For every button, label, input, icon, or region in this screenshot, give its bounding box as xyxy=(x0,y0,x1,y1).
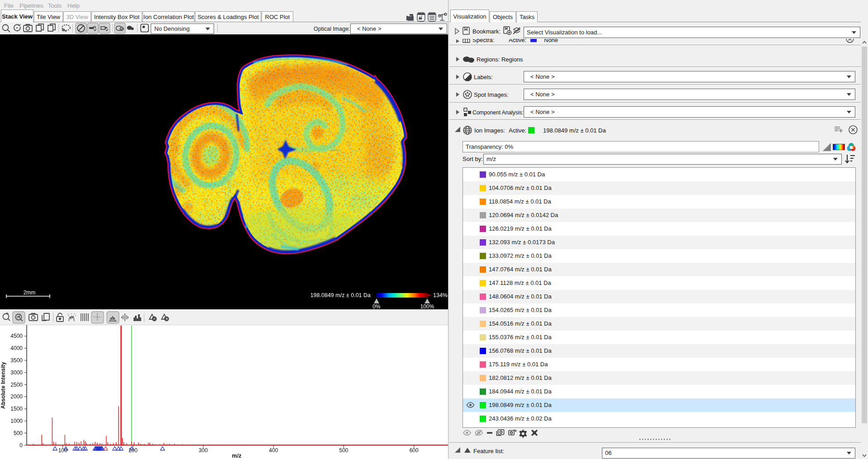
svg-text:Labels:: Labels: xyxy=(474,74,493,80)
svg-text:Component Analysis:: Component Analysis: xyxy=(472,109,524,116)
svg-text:Regions: Regions: Regions: Regions xyxy=(477,56,523,63)
svg-text:2000: 2000 xyxy=(10,393,23,400)
svg-text:Feature list:: Feature list: xyxy=(473,448,504,454)
svg-text:m/z: m/z xyxy=(232,453,242,459)
svg-text:400: 400 xyxy=(269,447,278,454)
svg-text:2500: 2500 xyxy=(10,382,23,388)
svg-text:300: 300 xyxy=(199,447,208,454)
svg-text:Ion Images:: Ion Images: xyxy=(474,127,505,134)
svg-text:3000: 3000 xyxy=(10,369,23,376)
svg-text:134%: 134% xyxy=(433,292,448,298)
svg-text:1500: 1500 xyxy=(10,406,23,412)
svg-text:4000: 4000 xyxy=(10,345,23,351)
svg-text:500: 500 xyxy=(339,447,348,454)
svg-text:None: None xyxy=(544,39,558,43)
svg-text:0: 0 xyxy=(19,442,23,449)
svg-text:Bookmark:: Bookmark: xyxy=(472,28,501,35)
svg-text:3500: 3500 xyxy=(10,357,23,364)
svg-text:198.0849 m/z ± 0.01 Da: 198.0849 m/z ± 0.01 Da xyxy=(543,127,606,134)
svg-text:4500: 4500 xyxy=(10,333,23,339)
svg-text:500: 500 xyxy=(14,430,23,436)
svg-text:0%: 0% xyxy=(372,303,381,309)
svg-text:Absolute Intensity: Absolute Intensity xyxy=(0,362,6,409)
svg-text:100%: 100% xyxy=(420,303,434,309)
svg-text:198.0849 m/z ± 0.01 Da: 198.0849 m/z ± 0.01 Da xyxy=(310,292,371,298)
svg-text:Active:: Active: xyxy=(509,39,526,43)
svg-text:Spot Images:: Spot Images: xyxy=(474,91,509,98)
svg-text:600: 600 xyxy=(410,447,419,454)
svg-text:Active:: Active: xyxy=(509,127,526,134)
svg-text:Spectra:: Spectra: xyxy=(472,39,494,43)
svg-text:1000: 1000 xyxy=(10,418,23,424)
svg-text:2mm: 2mm xyxy=(24,289,36,296)
